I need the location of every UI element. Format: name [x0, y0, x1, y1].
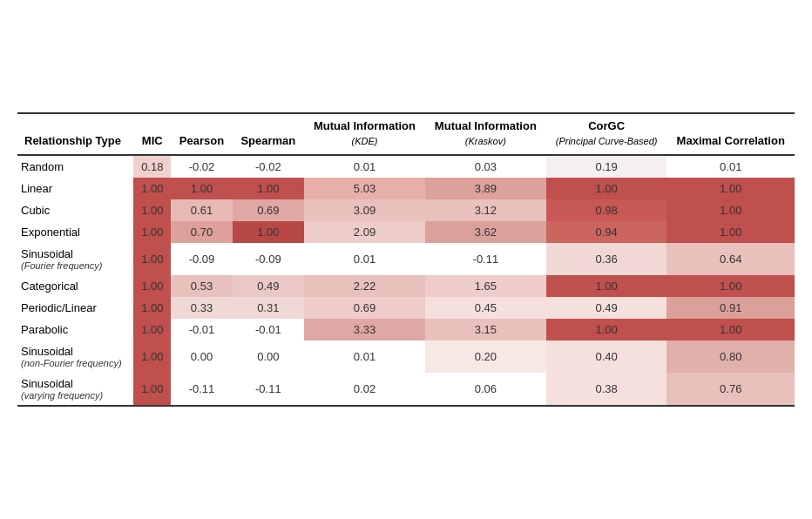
cell-r4-c0: 1.00	[133, 243, 171, 275]
cell-r6-c6: 0.91	[667, 297, 795, 319]
cell-r7-c5: 1.00	[546, 319, 667, 340]
cell-r6-c0: 1.00	[133, 297, 171, 319]
cell-r6-c1: 0.33	[171, 297, 232, 319]
cell-r9-c5: 0.38	[546, 373, 667, 406]
cell-r9-c6: 0.76	[667, 373, 795, 406]
cell-r6-c5: 0.49	[546, 297, 667, 319]
cell-r2-c1: 0.61	[171, 199, 232, 221]
row-label-6: Periodic/Linear	[17, 297, 133, 319]
cell-r3-c4: 3.62	[425, 221, 546, 243]
cell-r9-c0: 1.00	[133, 373, 171, 406]
table-row: Random0.18-0.02-0.020.010.030.190.01	[17, 155, 795, 178]
table-row: Exponential1.000.701.002.093.620.941.00	[17, 221, 795, 243]
row-label-4: Sinusoidal(Fourier frequency)	[17, 243, 133, 275]
cell-r8-c2: 0.00	[233, 340, 304, 373]
table-row: Periodic/Linear1.000.330.310.690.450.490…	[17, 297, 795, 319]
cell-r0-c6: 0.01	[667, 155, 795, 178]
cell-r1-c5: 1.00	[546, 178, 667, 199]
row-label-5: Categorical	[17, 275, 133, 297]
cell-r6-c4: 0.45	[425, 297, 546, 319]
cell-r4-c2: -0.09	[233, 243, 304, 275]
cell-r2-c6: 1.00	[667, 199, 795, 221]
cell-r5-c1: 0.53	[171, 275, 232, 297]
row-label-0: Random	[17, 155, 133, 178]
row-label-2: Cubic	[17, 199, 133, 221]
column-header-3: Spearman	[233, 113, 304, 155]
cell-r0-c1: -0.02	[171, 155, 232, 178]
row-label-8: Sinusoidal(non-Fourier frequency)	[17, 340, 133, 373]
table-row: Sinusoidal(varying frequency)1.00-0.11-0…	[17, 373, 795, 406]
row-label-9: Sinusoidal(varying frequency)	[17, 373, 133, 406]
cell-r3-c1: 0.70	[171, 221, 232, 243]
table-row: Sinusoidal(Fourier frequency)1.00-0.09-0…	[17, 243, 795, 275]
column-header-5: Mutual Information(Kraskov)	[425, 113, 546, 155]
cell-r0-c0: 0.18	[133, 155, 171, 178]
cell-r0-c3: 0.01	[304, 155, 425, 178]
cell-r1-c3: 5.03	[304, 178, 425, 199]
cell-r1-c2: 1.00	[233, 178, 304, 199]
cell-r0-c4: 0.03	[425, 155, 546, 178]
column-header-2: Pearson	[171, 113, 232, 155]
cell-r7-c6: 1.00	[667, 319, 795, 340]
cell-r2-c2: 0.69	[233, 199, 304, 221]
cell-r3-c0: 1.00	[133, 221, 171, 243]
cell-r1-c4: 3.89	[425, 178, 546, 199]
cell-r5-c3: 2.22	[304, 275, 425, 297]
cell-r2-c0: 1.00	[133, 199, 171, 221]
cell-r4-c4: -0.11	[425, 243, 546, 275]
cell-r6-c3: 0.69	[304, 297, 425, 319]
cell-r4-c5: 0.36	[546, 243, 667, 275]
cell-r5-c0: 1.00	[133, 275, 171, 297]
cell-r1-c0: 1.00	[133, 178, 171, 199]
cell-r8-c3: 0.01	[304, 340, 425, 373]
cell-r1-c1: 1.00	[171, 178, 232, 199]
column-header-6: CorGC(Principal Curve-Based)	[546, 113, 667, 155]
cell-r3-c6: 1.00	[667, 221, 795, 243]
cell-r5-c6: 1.00	[667, 275, 795, 297]
table-row: Sinusoidal(non-Fourier frequency)1.000.0…	[17, 340, 795, 373]
cell-r3-c5: 0.94	[546, 221, 667, 243]
cell-r5-c5: 1.00	[546, 275, 667, 297]
cell-r9-c2: -0.11	[233, 373, 304, 406]
correlation-table: Relationship TypeMICPearsonSpearmanMutua…	[17, 112, 795, 407]
table-row: Cubic1.000.610.693.093.120.981.00	[17, 199, 795, 221]
column-header-7: Maximal Correlation	[667, 113, 795, 155]
cell-r1-c6: 1.00	[667, 178, 795, 199]
cell-r5-c2: 0.49	[233, 275, 304, 297]
row-label-3: Exponential	[17, 221, 133, 243]
main-table-wrapper: Relationship TypeMICPearsonSpearmanMutua…	[17, 112, 795, 407]
cell-r0-c5: 0.19	[546, 155, 667, 178]
row-label-1: Linear	[17, 178, 133, 199]
cell-r8-c1: 0.00	[171, 340, 232, 373]
cell-r7-c0: 1.00	[133, 319, 171, 340]
cell-r2-c4: 3.12	[425, 199, 546, 221]
cell-r7-c4: 3.15	[425, 319, 546, 340]
cell-r3-c3: 2.09	[304, 221, 425, 243]
column-header-4: Mutual Information(KDE)	[304, 113, 425, 155]
cell-r7-c3: 3.33	[304, 319, 425, 340]
column-header-1: MIC	[133, 113, 171, 155]
cell-r7-c2: -0.01	[233, 319, 304, 340]
cell-r8-c4: 0.20	[425, 340, 546, 373]
cell-r4-c6: 0.64	[667, 243, 795, 275]
cell-r7-c1: -0.01	[171, 319, 232, 340]
table-row: Linear1.001.001.005.033.891.001.00	[17, 178, 795, 199]
cell-r8-c0: 1.00	[133, 340, 171, 373]
cell-r0-c2: -0.02	[233, 155, 304, 178]
cell-r9-c3: 0.02	[304, 373, 425, 406]
row-label-7: Parabolic	[17, 319, 133, 340]
cell-r5-c4: 1.65	[425, 275, 546, 297]
table-row: Categorical1.000.530.492.221.651.001.00	[17, 275, 795, 297]
header-row: Relationship TypeMICPearsonSpearmanMutua…	[17, 113, 795, 155]
cell-r9-c4: 0.06	[425, 373, 546, 406]
cell-r9-c1: -0.11	[171, 373, 232, 406]
cell-r2-c3: 3.09	[304, 199, 425, 221]
cell-r8-c5: 0.40	[546, 340, 667, 373]
cell-r6-c2: 0.31	[233, 297, 304, 319]
cell-r4-c1: -0.09	[171, 243, 232, 275]
cell-r8-c6: 0.80	[667, 340, 795, 373]
table-row: Parabolic1.00-0.01-0.013.333.151.001.00	[17, 319, 795, 340]
cell-r3-c2: 1.00	[233, 221, 304, 243]
column-header-0: Relationship Type	[17, 113, 133, 155]
cell-r4-c3: 0.01	[304, 243, 425, 275]
